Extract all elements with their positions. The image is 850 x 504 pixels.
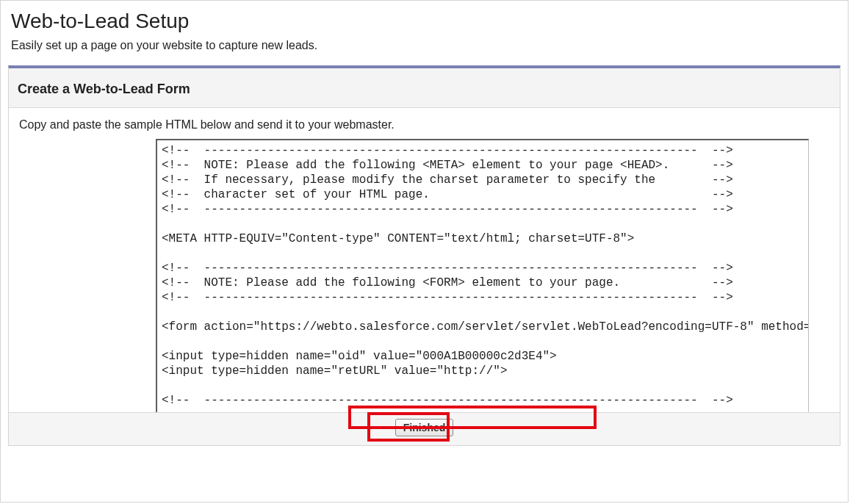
finished-button[interactable]: Finished: [395, 419, 454, 436]
page-description: Easily set up a page on your website to …: [11, 39, 838, 52]
card-title: Create a Web-to-Lead Form: [9, 68, 840, 108]
footer-bar: Finished: [9, 412, 840, 445]
form-card: Create a Web-to-Lead Form Copy and paste…: [8, 65, 840, 446]
page-container: Web-to-Lead Setup Easily set up a page o…: [0, 0, 849, 503]
generated-html-textarea[interactable]: <!-- -----------------------------------…: [156, 139, 809, 412]
card-instruction: Copy and paste the sample HTML below and…: [9, 108, 840, 139]
page-title: Web-to-Lead Setup: [11, 10, 838, 33]
